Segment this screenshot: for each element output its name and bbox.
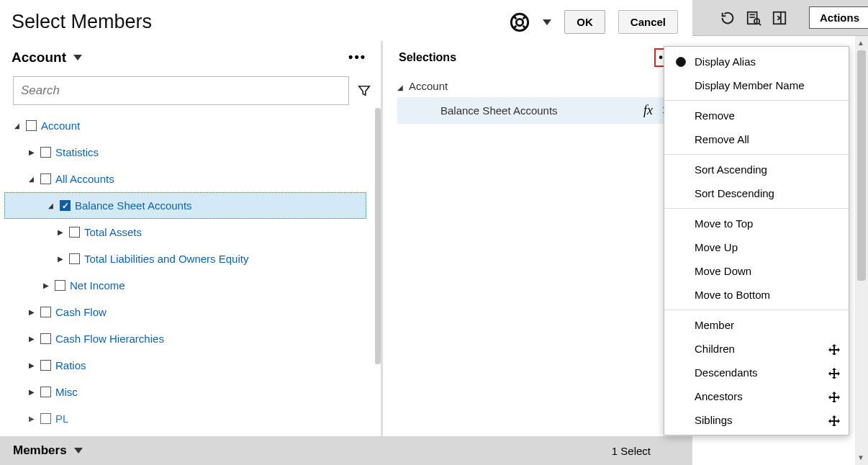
search-input[interactable] (13, 76, 349, 105)
tree-node-total-liab[interactable]: Total Liabilities and Owners Equity (0, 245, 381, 272)
tree-node-pl[interactable]: PL (0, 405, 381, 432)
checkbox[interactable] (40, 413, 51, 424)
checkbox[interactable] (40, 147, 51, 158)
search-doc-icon[interactable] (746, 10, 761, 26)
ok-button[interactable]: OK (564, 10, 605, 34)
menu-member[interactable]: Member (664, 313, 849, 337)
selection-root[interactable]: Account (397, 74, 678, 97)
checkbox[interactable] (55, 280, 65, 291)
checkbox[interactable] (40, 173, 51, 184)
tree-node-cash-flow[interactable]: Cash Flow (0, 299, 381, 325)
scroll-down-icon[interactable]: ▼ (857, 453, 866, 462)
caret-icon[interactable] (56, 228, 65, 236)
tree-label[interactable]: Statistics (55, 146, 99, 158)
menu-move-bottom[interactable]: Move to Bottom (664, 283, 849, 307)
tree-node-ratios[interactable]: Ratios (0, 352, 381, 379)
caret-icon[interactable] (27, 361, 36, 369)
checkbox[interactable] (40, 387, 51, 397)
tree-node-all-accounts[interactable]: All Accounts (0, 166, 381, 192)
tree-label[interactable]: Balance Sheet Accounts (75, 199, 192, 212)
tree-node-misc[interactable]: Misc (0, 379, 381, 405)
selections-panel: Selections ••• Account Balance Sheet Acc… (383, 41, 692, 436)
members-label: Members (13, 443, 67, 458)
menu-remove[interactable]: Remove (664, 104, 849, 127)
checkbox[interactable] (69, 253, 80, 264)
caret-icon[interactable] (397, 80, 403, 92)
menu-siblings[interactable]: Siblings (664, 408, 849, 432)
actions-button[interactable]: Actions (809, 6, 868, 29)
help-dropdown-icon[interactable] (543, 19, 551, 25)
checkbox[interactable] (69, 227, 80, 238)
caret-icon[interactable] (27, 388, 36, 396)
include-icon (828, 415, 840, 426)
caret-icon[interactable] (27, 148, 36, 156)
tree-label[interactable]: PL (55, 412, 68, 425)
caret-icon[interactable] (27, 308, 36, 316)
selection-item-label: Balance Sheet Accounts (440, 104, 635, 117)
select-members-dialog: Select Members OK Cancel Account ••• (0, 0, 692, 465)
menu-label: Children (695, 343, 735, 355)
cancel-button[interactable]: Cancel (618, 10, 678, 34)
page-scrollbar[interactable]: ▲ ▼ (855, 36, 868, 465)
checkbox[interactable] (26, 120, 37, 131)
tree-node-total-assets[interactable]: Total Assets (0, 219, 381, 245)
member-tree: Account Statistics All Accounts Balance … (0, 108, 381, 436)
tree-label[interactable]: Net Income (70, 279, 125, 292)
function-icon[interactable]: fx (643, 103, 653, 118)
tree-node-statistics[interactable]: Statistics (0, 139, 381, 166)
menu-label: Display Member Name (695, 79, 805, 91)
checkbox[interactable] (60, 200, 71, 211)
include-icon (828, 343, 840, 355)
caret-icon[interactable] (27, 415, 36, 423)
scroll-up-icon[interactable]: ▲ (857, 39, 866, 48)
caret-icon[interactable] (27, 175, 36, 183)
menu-label: Remove All (695, 133, 749, 145)
tree-node-account[interactable]: Account (0, 112, 381, 139)
menu-remove-all[interactable]: Remove All (664, 127, 849, 151)
menu-label: Sort Descending (695, 187, 774, 199)
dimension-more-icon[interactable]: ••• (345, 47, 369, 68)
tree-label[interactable]: Cash Flow Hierarchies (55, 333, 164, 345)
scroll-thumb[interactable] (857, 50, 866, 281)
checkbox[interactable] (40, 307, 51, 317)
caret-icon[interactable] (27, 335, 36, 343)
menu-display-member-name[interactable]: Display Member Name (664, 73, 849, 97)
tree-label[interactable]: Misc (55, 386, 78, 398)
selection-item[interactable]: Balance Sheet Accounts fx ✕ (397, 97, 678, 124)
menu-move-top[interactable]: Move to Top (664, 212, 849, 235)
help-icon[interactable] (510, 12, 530, 32)
menu-descendants[interactable]: Descendants (664, 361, 849, 384)
panel-icon[interactable] (772, 10, 787, 26)
refresh-icon[interactable] (720, 10, 736, 26)
caret-icon[interactable] (47, 202, 55, 209)
caret-icon[interactable] (42, 281, 50, 289)
menu-move-down[interactable]: Move Down (664, 259, 849, 283)
menu-label: Member (695, 319, 734, 331)
caret-icon[interactable] (56, 255, 65, 263)
menu-display-alias[interactable]: Display Alias (664, 50, 849, 73)
dimension-dropdown-icon[interactable] (73, 55, 82, 60)
menu-ancestors[interactable]: Ancestors (664, 384, 849, 408)
menu-sort-asc[interactable]: Sort Ascending (664, 158, 849, 181)
tree-label[interactable]: Total Liabilities and Owners Equity (84, 253, 248, 265)
menu-children[interactable]: Children (664, 337, 849, 361)
tree-label[interactable]: Cash Flow (55, 306, 107, 318)
tree-node-cash-flow-h[interactable]: Cash Flow Hierarchies (0, 325, 381, 352)
menu-move-up[interactable]: Move Up (664, 235, 849, 259)
filter-icon[interactable] (358, 84, 371, 97)
tree-label[interactable]: Account (41, 119, 80, 132)
tree-scrollbar[interactable] (375, 108, 381, 364)
tree-node-net-income[interactable]: Net Income (0, 272, 381, 299)
tree-label[interactable]: Ratios (55, 359, 86, 371)
members-dropdown-icon[interactable] (74, 448, 83, 453)
tree-label[interactable]: Total Assets (84, 226, 142, 238)
caret-icon[interactable] (13, 122, 22, 130)
tree-label[interactable]: All Accounts (55, 173, 114, 185)
selection-root-label: Account (409, 80, 448, 92)
menu-sort-desc[interactable]: Sort Descending (664, 181, 849, 205)
selections-context-menu: Display Alias Display Member Name Remove… (664, 46, 849, 435)
dialog-title: Select Members (12, 11, 152, 33)
tree-node-balance-sheet[interactable]: Balance Sheet Accounts (4, 192, 366, 219)
checkbox[interactable] (40, 360, 51, 371)
checkbox[interactable] (40, 333, 51, 344)
